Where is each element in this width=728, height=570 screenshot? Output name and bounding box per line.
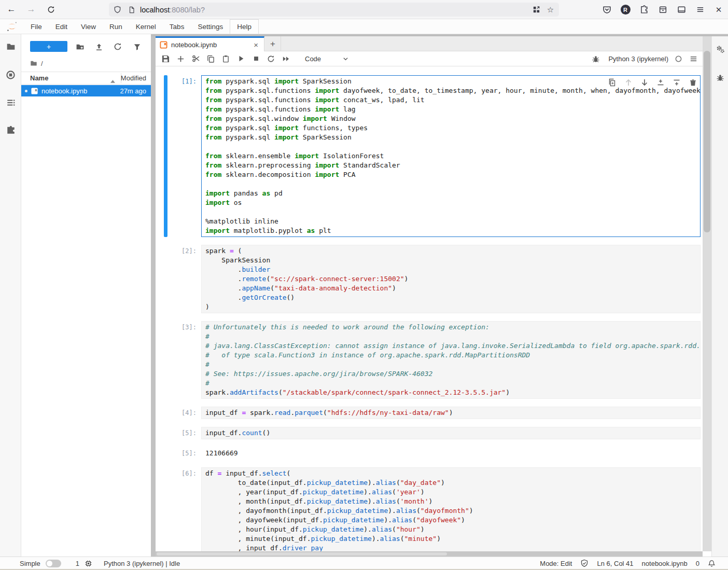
code-line: .remote("sc://spark-connect-server:15002… (205, 274, 696, 284)
stop-icon[interactable] (248, 52, 263, 65)
debugger-bug-icon[interactable] (588, 52, 603, 66)
cut-icon[interactable] (188, 52, 203, 65)
scrollbar-thumb[interactable] (704, 51, 710, 232)
move-up-icon[interactable] (624, 78, 633, 87)
code-editor[interactable]: input_df = spark.read.parquet("hdfs://hd… (201, 407, 701, 419)
jupyterlab-firefox-window: ← → localhost:8080/lab? ☆ R (0, 0, 728, 570)
menu-file[interactable]: File (24, 19, 49, 34)
cell-collapser[interactable] (164, 407, 167, 419)
tab-close-icon[interactable]: × (252, 40, 260, 49)
menu-help[interactable]: Help (230, 19, 259, 34)
column-name[interactable]: Name (30, 74, 48, 82)
url-text[interactable]: localhost:8080/lab? (140, 6, 205, 14)
page-info-icon[interactable] (127, 5, 136, 14)
trust-shield-icon[interactable] (580, 559, 589, 567)
menu-settings[interactable]: Settings (191, 19, 230, 34)
cell-collapser[interactable] (164, 447, 167, 460)
menu-run[interactable]: Run (103, 19, 129, 34)
cell-collapser[interactable] (164, 321, 167, 399)
save-icon[interactable] (158, 52, 173, 65)
extensions-puzzle-icon[interactable] (635, 3, 653, 17)
execution-prompt: [1]: (167, 75, 201, 237)
cell-collapser[interactable] (164, 245, 167, 313)
cell-collapser[interactable] (164, 467, 167, 551)
menu-view[interactable]: View (74, 19, 103, 34)
duplicate-cell-icon[interactable] (608, 78, 617, 87)
upload-icon[interactable] (94, 42, 104, 51)
cell-collapser[interactable] (164, 75, 167, 237)
browser-menu-icon[interactable] (691, 3, 709, 17)
code-line: # Unfortunately this is needed to work a… (205, 323, 696, 332)
menu-edit[interactable]: Edit (49, 19, 74, 34)
url-bar[interactable]: localhost:8080/lab? ☆ (109, 3, 559, 17)
execution-prompt: [6]: (167, 467, 201, 551)
window-close-icon[interactable]: ✕ (709, 3, 728, 17)
new-tab-button[interactable]: + (265, 36, 281, 51)
vertical-scrollbar[interactable] (703, 36, 711, 551)
browser-back-icon[interactable]: ← (5, 3, 18, 16)
file-row[interactable]: notebook.ipynb27m ago (21, 85, 151, 96)
new-launcher-button[interactable]: + (30, 41, 67, 52)
kernel-status-circle-icon[interactable] (674, 52, 683, 66)
browser-reload-icon[interactable] (44, 3, 58, 16)
bookmark-star-icon[interactable]: ☆ (546, 5, 555, 14)
new-folder-icon[interactable] (75, 42, 85, 51)
profile-avatar[interactable]: R (616, 3, 635, 17)
move-down-icon[interactable] (640, 78, 649, 87)
table-of-contents-icon[interactable] (0, 98, 21, 108)
menu-tabs[interactable]: Tabs (163, 19, 191, 34)
toolbar-menu-icon[interactable] (688, 52, 698, 66)
add-cell-icon[interactable] (173, 52, 188, 65)
kernel-name[interactable]: Python 3 (ipykernel) (608, 55, 668, 63)
restart-kernel-icon[interactable] (263, 52, 278, 65)
copy-icon[interactable] (203, 52, 218, 65)
code-editor[interactable]: from pyspark.sql import SparkSessionfrom… (201, 75, 701, 237)
cell-collapser[interactable] (164, 427, 167, 439)
paste-icon[interactable] (218, 52, 233, 65)
code-line: # (205, 332, 696, 341)
insert-above-icon[interactable] (656, 78, 665, 87)
restart-run-all-icon[interactable] (278, 52, 293, 65)
menu-kernel[interactable]: Kernel (129, 19, 163, 34)
code-line: spark.addArtifacts("/stackable/spark/con… (205, 388, 696, 397)
cursor-position[interactable]: Ln 6, Col 41 (597, 560, 633, 567)
archive-downloads-icon[interactable] (653, 3, 672, 17)
code-editor[interactable]: spark = ( SparkSession .builder .remote(… (201, 245, 701, 313)
extension-manager-icon[interactable] (0, 125, 21, 135)
run-icon[interactable] (233, 52, 248, 65)
file-browser-panel: + / Name Modifie (21, 34, 151, 557)
containers-grid-icon[interactable] (532, 5, 541, 14)
running-sessions-icon[interactable] (0, 69, 21, 80)
code-line (205, 179, 696, 189)
kernel-status-text[interactable]: Python 3 (ipykernel) | Idle (104, 560, 180, 567)
browser-forward-icon[interactable]: → (24, 3, 38, 16)
horizontal-scrollbar[interactable] (156, 551, 703, 557)
mode-indicator[interactable]: Mode: Edit (540, 560, 572, 567)
simple-mode-toggle[interactable] (46, 560, 61, 567)
file-browser-icon[interactable] (0, 41, 21, 52)
bell-icon[interactable] (708, 560, 716, 567)
shield-icon[interactable] (113, 5, 122, 14)
code-line: ) (205, 302, 696, 312)
panel-splitter[interactable] (151, 34, 156, 557)
code-editor[interactable]: # Unfortunately this is needed to work a… (201, 321, 701, 399)
insert-below-icon[interactable] (673, 78, 681, 87)
pocket-icon[interactable] (597, 3, 616, 17)
code-line: 12106669 (205, 449, 238, 458)
delete-cell-icon[interactable] (689, 78, 697, 87)
debugger-sidebar-bug-icon[interactable] (712, 73, 728, 83)
filter-icon[interactable] (132, 42, 142, 51)
code-cell: [2]:spark = ( SparkSession .builder .rem… (164, 245, 703, 313)
notification-count: 0 (696, 560, 699, 567)
jupyter-menubar: FileEditViewRunKernelTabsSettingsHelp (0, 19, 728, 34)
property-inspector-gears-icon[interactable] (712, 44, 728, 54)
sidebar-toggle-icon[interactable] (672, 3, 691, 17)
kernel-chip-icon[interactable] (85, 560, 92, 567)
cell-type-dropdown[interactable]: Code (302, 54, 352, 64)
code-editor[interactable]: df = input_df.select( to_date(input_df.p… (201, 467, 701, 551)
breadcrumb[interactable]: / (30, 58, 43, 68)
column-modified[interactable]: Modified (121, 74, 146, 82)
notebook-tab[interactable]: notebook.ipynb × (156, 36, 264, 51)
code-editor[interactable]: input_df.count() (201, 427, 701, 439)
refresh-icon[interactable] (113, 42, 122, 51)
